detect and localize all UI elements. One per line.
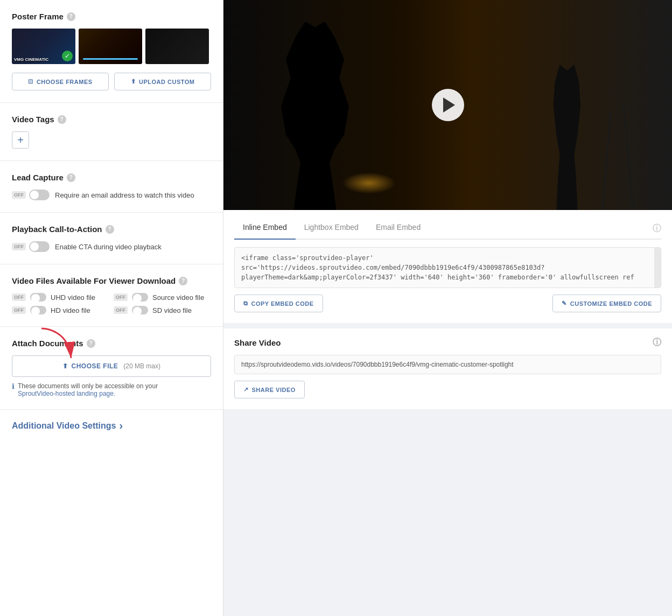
lead-capture-description: Require an email address to watch this v… — [55, 191, 194, 199]
copy-icon: ⧉ — [243, 300, 248, 307]
tab-inline-embed[interactable]: Inline Embed — [234, 219, 296, 240]
customize-icon: ✎ — [562, 300, 567, 307]
playback-cta-help-icon[interactable]: ? — [106, 225, 114, 234]
poster-frame-thumb-1[interactable]: VMG CINEMATIC — [12, 29, 75, 64]
video-files-grid: OFF UHD video file OFF Source video file… — [12, 293, 211, 314]
source-toggle[interactable] — [132, 293, 148, 302]
red-arrow-indicator — [36, 326, 79, 363]
embed-buttons: ⧉ COPY EMBED CODE ✎ CUSTOMIZE EMBED CODE — [234, 295, 661, 312]
choose-file-container: ⬆ CHOOSE FILE (20 MB max) — [12, 355, 211, 377]
embed-code-box: <iframe class='sproutvideo-player' src='… — [234, 247, 661, 288]
additional-settings-section: Additional Video Settings › — [0, 410, 223, 442]
sproutvideo-landing-link[interactable]: SproutVideo-hosted landing page. — [18, 390, 115, 397]
file-row-sd: OFF SD video file — [114, 306, 211, 314]
choose-frames-icon: ⊡ — [28, 78, 33, 85]
right-panel: Inline Embed Lightbox Embed Email Embed … — [223, 0, 672, 616]
video-preview — [223, 0, 672, 210]
share-video-section: Share Video ⓘ https://sproutvideodemo.vi… — [223, 328, 672, 409]
tab-lightbox-embed[interactable]: Lightbox Embed — [296, 219, 367, 240]
video-tags-section: Video Tags ? + — [0, 103, 223, 161]
customize-embed-code-button[interactable]: ✎ CUSTOMIZE EMBED CODE — [552, 295, 661, 312]
playback-cta-toggle[interactable] — [29, 241, 50, 252]
video-files-title: Video Files Available For Viewer Downloa… — [12, 276, 211, 285]
add-tag-button[interactable]: + — [12, 131, 29, 149]
poster-frame-thumb-2[interactable] — [79, 29, 142, 64]
uhd-label: UHD video file — [51, 293, 95, 302]
lead-capture-toggle-row: OFF Require an email address to watch th… — [12, 190, 211, 200]
embed-section: Inline Embed Lightbox Embed Email Embed … — [223, 210, 672, 323]
poster-frame-title: Poster Frame ? — [12, 12, 211, 21]
playback-cta-title: Playback Call-to-Action ? — [12, 225, 211, 234]
playback-cta-toggle-wrapper: OFF — [12, 241, 50, 252]
share-url-box: https://sproutvideodemo.vids.io/videos/7… — [234, 355, 661, 374]
sd-off-badge: OFF — [114, 306, 128, 314]
source-off-badge: OFF — [114, 293, 128, 301]
lead-capture-section: Lead Capture ? OFF Require an email addr… — [0, 161, 223, 213]
hd-toggle[interactable] — [30, 306, 46, 314]
copy-embed-code-button[interactable]: ⧉ COPY EMBED CODE — [234, 295, 323, 312]
playback-cta-description: Enable CTA during video playback — [55, 243, 162, 251]
play-button[interactable] — [432, 89, 464, 121]
sd-toggle[interactable] — [132, 306, 148, 314]
docs-info-icon: ℹ — [12, 382, 15, 390]
file-row-uhd: OFF UHD video file — [12, 293, 109, 302]
tab-email-embed[interactable]: Email Embed — [367, 219, 429, 240]
warm-light-effect — [342, 172, 396, 194]
video-tags-title: Video Tags ? — [12, 115, 211, 124]
share-info-icon[interactable]: ⓘ — [653, 337, 661, 348]
attach-documents-help-icon[interactable]: ? — [87, 339, 95, 348]
poster-frame-section: Poster Frame ? VMG CINEMATIC ⊡ CHOOSE FR… — [0, 0, 223, 103]
lead-capture-toggle[interactable] — [29, 190, 50, 200]
poster-frame-thumb-3[interactable] — [145, 29, 209, 64]
uhd-off-badge: OFF — [12, 293, 26, 301]
file-row-source: OFF Source video file — [114, 293, 211, 302]
share-icon: ↗ — [243, 386, 249, 393]
choose-frames-button[interactable]: ⊡ CHOOSE FRAMES — [12, 73, 109, 90]
video-files-help-icon[interactable]: ? — [179, 277, 187, 285]
lead-capture-help-icon[interactable]: ? — [67, 173, 75, 182]
attach-documents-section: Attach Documents ? ⬆ CHOOSE FILE (20 MB … — [0, 327, 223, 410]
poster-frame-help-icon[interactable]: ? — [67, 12, 75, 21]
lead-capture-off-badge: OFF — [12, 191, 26, 199]
embed-tabs: Inline Embed Lightbox Embed Email Embed … — [234, 210, 661, 240]
source-label: Source video file — [152, 293, 204, 302]
hd-off-badge: OFF — [12, 306, 26, 314]
choose-file-icon: ⬆ — [62, 362, 68, 370]
left-panel: Poster Frame ? VMG CINEMATIC ⊡ CHOOSE FR… — [0, 0, 223, 616]
uhd-toggle[interactable] — [30, 293, 46, 302]
file-size-note: (20 MB max) — [123, 362, 160, 370]
video-files-section: Video Files Available For Viewer Downloa… — [0, 264, 223, 327]
additional-settings-chevron: › — [120, 419, 123, 432]
play-triangle-icon — [443, 97, 455, 113]
docs-info-text: These documents will only be accessible … — [18, 382, 158, 397]
upload-custom-button[interactable]: ⬆ UPLOAD CUSTOM — [114, 73, 211, 90]
lead-capture-toggle-wrapper: OFF — [12, 190, 50, 200]
playback-cta-section: Playback Call-to-Action ? OFF Enable CTA… — [0, 213, 223, 264]
video-tags-help-icon[interactable]: ? — [58, 115, 66, 124]
file-row-hd: OFF HD video file — [12, 306, 109, 314]
share-video-button[interactable]: ↗ SHARE VIDEO — [234, 381, 305, 398]
lead-capture-title: Lead Capture ? — [12, 173, 211, 182]
docs-info: ℹ These documents will only be accessibl… — [12, 382, 211, 397]
playback-cta-off-badge: OFF — [12, 243, 26, 250]
share-video-title: Share Video ⓘ — [234, 337, 661, 348]
poster-frame-buttons: ⊡ CHOOSE FRAMES ⬆ UPLOAD CUSTOM — [12, 73, 211, 90]
poster-frames-list: VMG CINEMATIC — [12, 29, 211, 67]
embed-info-icon[interactable]: ⓘ — [653, 219, 661, 239]
additional-settings-link[interactable]: Additional Video Settings › — [12, 419, 211, 432]
hd-label: HD video file — [51, 306, 90, 314]
sd-label: SD video file — [152, 306, 192, 314]
playback-cta-toggle-row: OFF Enable CTA during video playback — [12, 241, 211, 252]
embed-scrollbar[interactable] — [654, 248, 661, 288]
frame-1-label: VMG CINEMATIC — [14, 57, 48, 62]
upload-custom-icon: ⬆ — [131, 78, 136, 85]
